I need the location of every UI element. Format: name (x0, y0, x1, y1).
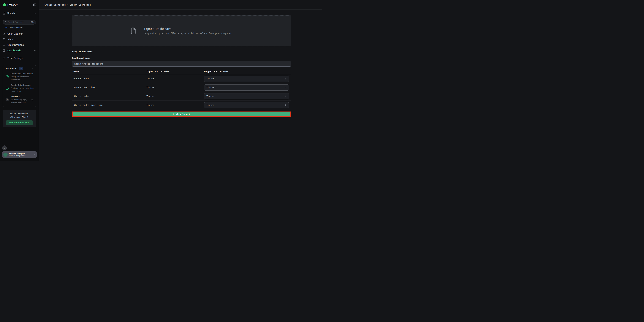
table-row: Errors over time Traces Traces (72, 83, 291, 92)
check-circle-icon (6, 87, 9, 90)
select-value: Traces (206, 95, 284, 98)
chevron-down-icon (34, 49, 36, 52)
step-heading: Step 2: Map Data (72, 50, 291, 53)
user-name: dominic.tran@clic... (9, 152, 32, 154)
user-email: dominic.tran@clickho... (9, 154, 32, 156)
step-subtitle: Configure where your data comes from (11, 87, 34, 93)
get-started-step-connect[interactable]: Connect to ClickHouse Set up your databa… (5, 72, 34, 81)
dropzone-subtitle: Drag and drop a JSON file here, or click… (144, 32, 233, 35)
sidebar: HyperDX Search ⌘K No saved searches Char… (0, 0, 39, 161)
finish-import-button[interactable]: Finish Import (72, 112, 291, 117)
table-row: Status codes over time Traces Traces (72, 101, 291, 109)
step-subtitle: Set up your database connection (11, 75, 34, 81)
progress-badge: 2/3 (18, 67, 23, 70)
step-subtitle: Start sending logs, metrics, or traces (11, 98, 30, 104)
import-dropzone[interactable]: Import Dashboard Drag and drop a JSON fi… (72, 15, 291, 46)
row-name: Status codes (72, 95, 145, 98)
chevron-up-icon (34, 12, 36, 14)
mapped-source-select[interactable]: Traces (204, 76, 289, 82)
hyperdx-logo-icon (2, 3, 6, 6)
saved-searches-input[interactable] (8, 21, 30, 23)
app-title: HyperDX (8, 4, 18, 6)
bell-icon (3, 38, 6, 41)
dropzone-title: Import Dashboard (144, 27, 233, 30)
get-started-step-add-data[interactable]: 3 Add Data Start sending logs, metrics, … (5, 95, 34, 104)
row-name: Errors over time (72, 86, 145, 89)
get-started-card: Get Started 2/3 Connect to ClickHouse Se… (3, 65, 36, 107)
chevron-right-icon (33, 154, 35, 156)
no-saved-searches-text: No saved searches (6, 26, 39, 29)
deploy-text-line1: Ready to deploy on (5, 112, 34, 116)
select-chevrons-icon (284, 104, 287, 106)
step-title: Add Data (11, 95, 30, 98)
sidebar-item-alerts[interactable]: Alerts (0, 36, 39, 42)
logo-row: HyperDX (0, 0, 39, 10)
laptop-icon (3, 44, 6, 46)
get-started-step-sources[interactable]: Create Data Sources Configure where your… (5, 84, 34, 93)
check-circle-icon (6, 75, 9, 78)
line-chart-icon (3, 32, 6, 35)
main-area: Create Dashboard > Import Dashboard Impo… (39, 0, 322, 161)
get-started-title: Get Started (5, 67, 17, 70)
table-row: Status codes Traces Traces (72, 92, 291, 101)
row-name: Status codes over time (72, 104, 145, 106)
dashboard-name-input[interactable] (72, 61, 291, 66)
column-header-input-source: Input Source Name (145, 70, 202, 73)
select-chevrons-icon (284, 77, 287, 80)
search-section-header[interactable]: Search (0, 10, 39, 17)
chevron-up-icon (32, 68, 34, 70)
mapped-source-select[interactable]: Traces (204, 93, 289, 99)
row-input-source: Traces (145, 86, 202, 89)
sidebar-item-client-sessions[interactable]: Client Sessions (0, 42, 39, 48)
journal-icon (3, 12, 6, 15)
user-menu[interactable]: D dominic.tran@clic... dominic.tran@clic… (2, 151, 37, 158)
row-input-source: Traces (145, 77, 202, 80)
column-header-mapped-source: Mapped Source Name (202, 70, 291, 73)
table-header-row: Name Input Source Name Mapped Source Nam… (72, 68, 291, 74)
deploy-text-line2: ClickHouse Cloud? (5, 116, 34, 119)
dashboard-name-label: Dashboard Name (72, 57, 291, 60)
shortcut-badge: ⌘K (30, 21, 35, 24)
user-avatar: D (4, 152, 8, 157)
table-row: Request rate Traces Traces (72, 74, 291, 83)
gear-icon (3, 57, 6, 60)
get-started-header[interactable]: Get Started 2/3 (5, 67, 34, 70)
top-bar: Create Dashboard > Import Dashboard (39, 0, 322, 10)
select-chevrons-icon (284, 95, 287, 98)
row-input-source: Traces (145, 95, 202, 98)
row-name: Request rate (72, 77, 145, 80)
select-value: Traces (206, 104, 284, 106)
panel-toggle-icon (33, 3, 36, 6)
sidebar-collapse-button[interactable] (33, 3, 36, 6)
row-input-source: Traces (145, 104, 202, 106)
select-value: Traces (206, 86, 284, 89)
step-title: Connect to ClickHouse (11, 72, 34, 75)
search-section-label: Search (7, 12, 15, 14)
sidebar-nav: Chart Explorer Alerts Client Sessions Da… (0, 31, 39, 61)
arrow-right-icon (31, 98, 34, 101)
step-number-badge: 3 (6, 98, 9, 101)
breadcrumb: Create Dashboard > Import Dashboard (44, 4, 91, 6)
sidebar-item-team-settings[interactable]: Team Settings (0, 55, 39, 61)
mapped-source-select[interactable]: Traces (204, 102, 289, 108)
get-started-free-button[interactable]: Get Started for Free (6, 120, 33, 125)
help-button[interactable]: ? (2, 146, 7, 150)
dashboard-grid-icon (3, 49, 6, 52)
deploy-promo-card: Ready to deploy on ClickHouse Cloud? Get… (3, 110, 36, 127)
sidebar-item-dashboards[interactable]: Dashboards (0, 48, 39, 53)
mapped-source-select[interactable]: Traces (204, 84, 289, 90)
sidebar-item-chart-explorer[interactable]: Chart Explorer (0, 31, 39, 36)
step-title: Create Data Sources (11, 84, 34, 87)
saved-searches-search[interactable]: ⌘K (3, 20, 36, 24)
select-chevrons-icon (284, 86, 287, 89)
search-icon (4, 21, 7, 23)
column-header-name: Name (72, 70, 145, 73)
file-icon (130, 27, 136, 35)
select-value: Traces (206, 77, 284, 80)
